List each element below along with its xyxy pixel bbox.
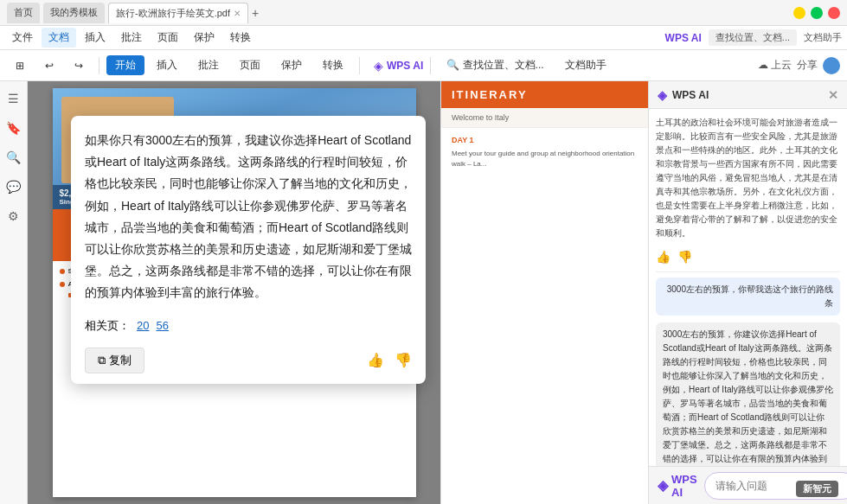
watermark-text: 新智元 [803, 483, 831, 494]
maximize-button[interactable] [811, 7, 823, 19]
copy-icon: ⧉ [98, 354, 106, 367]
doc-assist-menu[interactable]: 文档助手 [804, 31, 842, 44]
search-menu[interactable]: 查找位置、文档... [709, 29, 797, 46]
thumbs-up-icon[interactable]: 👍 [367, 352, 384, 368]
close-button[interactable] [828, 7, 840, 19]
menu-bar: 文件 文档 插入 批注 页面 保护 转换 WPS AI 查找位置、文档... 文… [0, 26, 847, 50]
itinerary-day1-text: Meet your tour guide and group at neighb… [452, 149, 638, 169]
tab-list: 首页 我的秀模板 旅行-欧洲旅行手绘英文.pdf ✕ + [7, 3, 793, 23]
ai-response-bubble: 3000左右的预算，你建议你选择Heart of Scotland或Heart … [656, 322, 840, 466]
menu-start[interactable]: 文档 [42, 28, 76, 48]
ai-dialog-actions: ⧉ 复制 👍 👎 [71, 341, 426, 384]
menu-protect[interactable]: 保护 [187, 28, 221, 48]
itinerary-day1-label: DAY 1 [452, 135, 638, 147]
toolbar-separator-2 [359, 57, 360, 74]
toolbar-separator-1 [99, 57, 99, 74]
toolbar-annotate-btn[interactable]: 批注 [189, 55, 228, 75]
menu-page[interactable]: 页面 [151, 28, 185, 48]
tab-template-label: 我的秀模板 [50, 6, 98, 19]
wps-ai-input-logo: ◈ WPS AI [658, 473, 697, 499]
ai-initial-actions: 👍 👎 [656, 247, 840, 266]
ai-dialog-links: 相关页： 20 56 [71, 318, 426, 341]
copy-label: 复制 [109, 353, 132, 368]
tab-pdf[interactable]: 旅行-欧洲旅行手绘英文.pdf ✕ [108, 3, 248, 23]
sidebar-bookmark-icon[interactable]: 🔖 [3, 118, 24, 138]
toolbar-doc-assist[interactable]: 文档助手 [556, 55, 615, 75]
main-area: ☰ 🔖 🔍 💬 ⚙ 👨‍👩‍👧 🛵 [0, 81, 847, 504]
menu-annotate[interactable]: 批注 [114, 28, 149, 48]
wps-ai-toolbar: ◈ WPS AI [374, 59, 423, 73]
ai-dialog-text: 如果你只有3000左右的预算，我建议你选择Heart of Scotland或H… [71, 116, 426, 318]
related-pages-label: 相关页： [85, 318, 130, 334]
tab-home-label: 首页 [14, 6, 33, 19]
ai-text-content: 土耳其的政治和社会环境可能会对旅游者造成一定影响。比较而言有一些安全风险，尤其是… [656, 116, 840, 240]
copy-button[interactable]: ⧉ 复制 [85, 348, 144, 373]
tab-pdf-label: 旅行-欧洲旅行手绘英文.pdf [116, 7, 230, 20]
page-20-link[interactable]: 20 [137, 319, 149, 332]
toolbar-protect-btn[interactable]: 保护 [273, 55, 311, 75]
share-btn[interactable]: 分享 [797, 58, 818, 73]
toolbar-insert-btn[interactable]: 插入 [148, 55, 186, 75]
like-icon-1[interactable]: 👍 [656, 247, 671, 266]
minimize-button[interactable] [793, 7, 805, 19]
wps-ai-input-icon: ◈ [658, 477, 668, 494]
watermark: 新智元 [796, 481, 838, 497]
wps-ai-icon: ◈ [374, 59, 383, 73]
itinerary-panel: ITINERARY Welcome to Italy DAY 1 Meet yo… [440, 81, 648, 504]
toolbar-convert-btn[interactable]: 转换 [314, 55, 352, 75]
add-tab-button[interactable]: + [252, 6, 259, 20]
user-query-bubble: 3000左右的预算，你帮我选这个旅行的路线条 [656, 278, 840, 316]
ai-main-text: 如果你只有3000左右的预算，我建议你选择Heart of Scotland或H… [85, 130, 412, 304]
sidebar-settings-icon[interactable]: ⚙ [3, 206, 24, 226]
menu-insert[interactable]: 插入 [78, 28, 112, 48]
wps-ai-panel-icon: ◈ [658, 88, 667, 102]
toolbar-right-actions: ☁ 上云 分享 [758, 57, 840, 74]
wps-ai-panel-close[interactable]: ✕ [828, 88, 838, 102]
wps-ai-panel-content: 土耳其的政治和社会环境可能会对旅游者造成一定影响。比较而言有一些安全风险，尤其是… [649, 109, 847, 466]
wps-ai-toolbar-label[interactable]: WPS AI [387, 60, 423, 72]
wps-ai-right-panel: ◈ WPS AI ✕ 土耳其的政治和社会环境可能会对旅游者造成一定影响。比较而言… [648, 81, 847, 504]
toolbar-start-btn[interactable]: 开始 [106, 55, 144, 75]
itinerary-title: ITINERARY [452, 88, 528, 101]
toolbar-file[interactable]: ⊞ [7, 57, 33, 74]
tab-close-icon[interactable]: ✕ [234, 9, 241, 18]
menu-convert[interactable]: 转换 [223, 28, 258, 48]
wps-ai-panel-title: WPS AI [672, 89, 709, 101]
wps-ai-input-label: WPS AI [671, 473, 697, 499]
thumbs-actions: 👍 👎 [367, 352, 412, 368]
toolbar-search[interactable]: 🔍 查找位置、文档... [438, 55, 552, 75]
toolbar-redo[interactable]: ↪ [66, 57, 92, 74]
page-56-link[interactable]: 56 [156, 319, 168, 332]
sidebar-pages-icon[interactable]: ☰ [3, 88, 24, 109]
toolbar-separator-3 [430, 57, 431, 74]
pdf-area: 👨‍👩‍👧 🛵 $2,395–$2,895 + air Single Suppl… [28, 81, 440, 504]
itinerary-subtitle: Welcome to Italy [452, 113, 509, 122]
ai-dialog: 如果你只有3000左右的预算，我建议你选择Heart of Scotland或H… [71, 116, 426, 384]
title-bar: 首页 我的秀模板 旅行-欧洲旅行手绘英文.pdf ✕ + [0, 0, 847, 26]
activity-dot [60, 282, 65, 287]
sidebar-comment-icon[interactable]: 💬 [3, 176, 24, 197]
left-sidebar: ☰ 🔖 🔍 💬 ⚙ [0, 81, 28, 504]
itinerary-header: ITINERARY [441, 81, 648, 108]
thumbs-down-icon[interactable]: 👎 [395, 352, 412, 368]
toolbar-page-btn[interactable]: 页面 [231, 55, 269, 75]
toolbar: ⊞ ↩ ↪ 开始 插入 批注 页面 保护 转换 ◈ WPS AI 🔍 查找位置、… [0, 50, 847, 81]
user-query-text: 3000左右的预算，你帮我选这个旅行的路线条 [663, 283, 833, 310]
sig-dot [60, 269, 65, 274]
tab-template[interactable]: 我的秀模板 [43, 3, 105, 23]
ai-response-text: 3000左右的预算，你建议你选择Heart of Scotland或Heart … [663, 328, 833, 466]
sidebar-search-icon[interactable]: 🔍 [3, 147, 24, 168]
ai-initial-text: 土耳其的政治和社会环境可能会对旅游者造成一定影响。比较而言有一些安全风险，尤其是… [656, 116, 840, 240]
wps-ai-menu[interactable]: WPS AI [665, 32, 702, 44]
window-controls [793, 7, 840, 19]
toolbar-undo[interactable]: ↩ [36, 57, 62, 74]
divider-1 [656, 271, 840, 272]
cloud-status: ☁ 上云 [758, 58, 792, 73]
dislike-icon-1[interactable]: 👎 [677, 247, 692, 266]
itinerary-content: DAY 1 Meet your tour guide and group at … [441, 128, 648, 504]
user-avatar[interactable] [823, 57, 840, 74]
itinerary-subheader: Welcome to Italy [441, 108, 648, 128]
tab-home[interactable]: 首页 [7, 3, 40, 23]
wps-ai-panel-header: ◈ WPS AI ✕ [649, 81, 847, 109]
menu-file[interactable]: 文件 [5, 28, 40, 48]
